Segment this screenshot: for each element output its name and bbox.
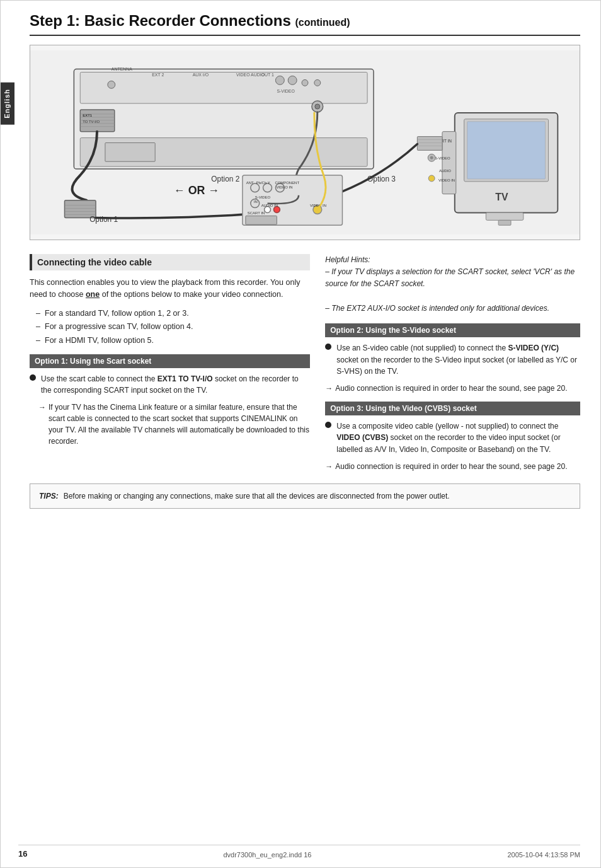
svg-rect-9: [105, 142, 155, 161]
svg-text:AUX I/O: AUX I/O: [193, 72, 209, 77]
side-tab: English: [1, 83, 14, 125]
svg-text:EXT 2: EXT 2: [152, 72, 164, 77]
svg-point-3: [108, 81, 115, 88]
option3-box: Option 3: Using the Video (CVBS) socket: [325, 402, 580, 415]
svg-point-56: [251, 183, 260, 192]
option1-note: If your TV has the Cinema Link feature o…: [30, 402, 310, 447]
tips-text: Before making or changing any connection…: [64, 490, 450, 502]
svg-text:S-VIDEO: S-VIDEO: [277, 89, 295, 93]
right-column: Helpful Hints: – If your TV displays a s…: [325, 254, 580, 472]
svg-text:S-VIDEO: S-VIDEO: [435, 156, 450, 160]
svg-text:SCART IN: SCART IN: [248, 211, 265, 215]
svg-text:Option 1: Option 1: [89, 215, 118, 224]
svg-rect-39: [467, 122, 546, 179]
svg-point-57: [263, 183, 272, 192]
footer-date: 2005-10-04 4:13:58 PM: [507, 851, 580, 859]
bullet-item-2: For a progressive scan TV, follow option…: [36, 321, 310, 333]
svg-point-54: [428, 175, 435, 182]
svg-text:IN: IN: [254, 200, 258, 204]
option2-box: Option 2: Using the S-Video socket: [325, 323, 580, 337]
section-intro: This connection enables you to view the …: [30, 277, 310, 301]
option1-arrow-note: If your TV has the Cinema Link feature o…: [38, 402, 310, 447]
tips-label: TIPS:: [39, 490, 59, 502]
page-header: Step 1: Basic Recorder Connections (cont…: [30, 12, 580, 36]
svg-rect-41: [498, 220, 511, 225]
svg-text:ANTENNA: ANTENNA: [112, 67, 132, 71]
svg-point-6: [302, 79, 308, 86]
svg-rect-63: [246, 216, 277, 224]
page-title: Step 1: Basic Recorder Connections (cont…: [30, 12, 580, 30]
svg-text:VIDEO IN: VIDEO IN: [438, 178, 455, 182]
svg-text:VIDEO IN: VIDEO IN: [310, 204, 326, 207]
option3-arrow-note: Audio connection is required in order to…: [325, 461, 580, 472]
bullet-list: For a standard TV, follow option 1, 2 or…: [30, 308, 310, 347]
svg-point-7: [314, 79, 321, 86]
svg-point-53: [430, 156, 433, 159]
svg-text:COMPONENT: COMPONENT: [275, 181, 299, 185]
svg-text:S-VIDEO: S-VIDEO: [255, 195, 271, 199]
bullet-item-1: For a standard TV, follow option 1, 2 or…: [36, 308, 310, 320]
bullet-item-3: For a HDMI TV, follow option 5.: [36, 335, 310, 347]
svg-point-4: [275, 76, 284, 84]
svg-point-26: [315, 104, 320, 109]
svg-text:AUDIO: AUDIO: [439, 169, 451, 173]
option2-content: Use an S-video cable (not supplied) to c…: [325, 342, 580, 378]
svg-text:TV: TV: [495, 192, 508, 202]
footer-filename: dvdr7300h_eu_eng2.indd 16: [223, 851, 311, 859]
svg-text:Option 3: Option 3: [367, 175, 396, 183]
section-title-bar: Connecting the video cable: [30, 254, 310, 270]
svg-text:ANT: ANT: [246, 181, 254, 185]
option1-box: Option 1: Using the Scart socket: [30, 354, 310, 368]
page-number: 16: [18, 849, 27, 859]
diagram-area: MAINS ANTENNA EXT 2 AUX I/O OUT 1 VIDEO …: [30, 45, 580, 240]
svg-text:Pb/Cb  Y: Pb/Cb Y: [256, 181, 270, 185]
svg-rect-48: [417, 137, 442, 151]
page-footer: 16 dvdr7300h_eu_eng2.indd 16 2005-10-04 …: [18, 845, 580, 859]
svg-text:VIDEO IN: VIDEO IN: [276, 185, 292, 189]
option3-content: Use a composite video cable (yellow - no…: [325, 420, 580, 456]
svg-point-60: [265, 207, 271, 213]
helpful-hints: Helpful Hints: – If your TV displays a s…: [325, 254, 580, 315]
svg-point-5: [288, 76, 297, 84]
svg-rect-40: [486, 212, 523, 220]
svg-text:VIDEO   AUDIO: VIDEO AUDIO: [236, 72, 265, 77]
option2-arrow-note: Audio connection is required in order to…: [325, 383, 580, 394]
svg-point-61: [273, 207, 280, 213]
svg-text:← OR →: ← OR →: [174, 184, 219, 197]
option1-content: Use the scart cable to connect the EXT1 …: [30, 373, 310, 396]
tips-bar: TIPS: Before making or changing any conn…: [30, 483, 580, 509]
svg-text:Option 2: Option 2: [211, 175, 239, 183]
svg-rect-2: [80, 72, 367, 104]
left-column: Connecting the video cable This connecti…: [30, 254, 310, 472]
